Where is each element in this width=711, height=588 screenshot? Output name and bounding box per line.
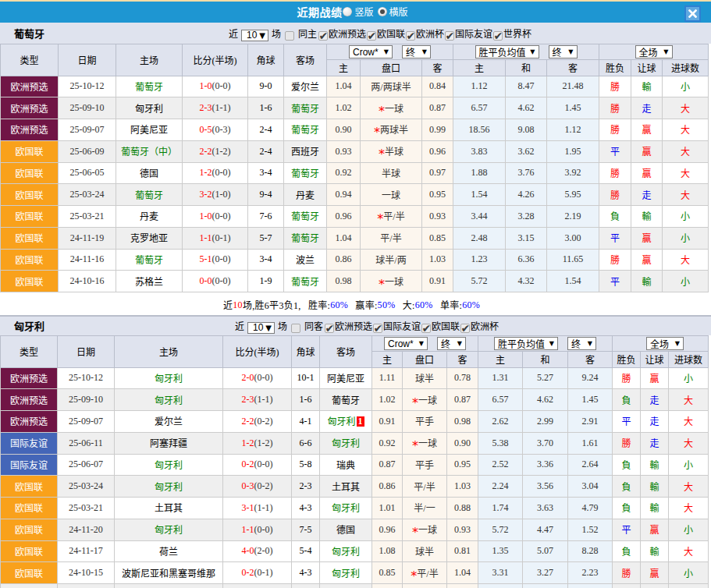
handicap-line-text: 平手 (415, 416, 434, 427)
handicap-line-text: 一球 (382, 190, 400, 201)
result-wdl: 勝 (613, 562, 641, 584)
odds-average-select[interactable]: 胜平负均值▼ (475, 45, 539, 58)
away-team-name: 葡萄牙 (291, 104, 319, 115)
layout-radio-vertical-label[interactable]: 竖版 (354, 5, 373, 19)
league-checkbox-label[interactable]: 国际友谊 (455, 27, 492, 41)
handicap-final-select[interactable]: 终▼ (437, 337, 466, 350)
league-checkbox-label[interactable]: 欧国联 (377, 27, 405, 41)
odds-lose: 1.54 (547, 271, 599, 292)
league-badge: 欧国联 (1, 540, 58, 562)
fulltime-score: 4-0 (242, 545, 254, 556)
match-date: 24-11-16 (59, 249, 116, 271)
handicap-final-select[interactable]: 终▼ (402, 45, 431, 58)
chevron-down-icon: ▼ (457, 340, 462, 347)
handicap-line: *两球半 (361, 119, 422, 141)
league-checkbox[interactable] (445, 31, 454, 41)
league-checkbox[interactable] (373, 324, 382, 333)
result-goals: 大 (669, 498, 709, 519)
scope-select[interactable]: 全场▼ (646, 337, 684, 350)
same-venue-checkbox[interactable] (291, 324, 300, 333)
close-button[interactable] (686, 7, 699, 20)
odds-average-select[interactable]: 胜平负均值▼ (494, 337, 558, 350)
league-checkbox-label[interactable]: 欧洲杯 (416, 27, 444, 41)
handicap-away-odds: 0.93 (422, 206, 453, 228)
odds-lose: 1.61 (568, 432, 613, 454)
league-badge: 欧国联 (1, 562, 58, 584)
layout-radio-horizontal-label[interactable]: 横版 (389, 5, 408, 19)
filter-recent-label: 近 (229, 27, 238, 41)
result-handicap: 贏 (641, 562, 669, 584)
fulltime-score: 0-0 (200, 275, 212, 286)
same-venue-checkbox[interactable] (285, 31, 294, 41)
same-venue-label[interactable]: 同主 (298, 27, 317, 41)
bookmaker-select[interactable]: Crow*▼ (384, 337, 428, 350)
score: 0-5(0-3) (183, 119, 248, 141)
bookmaker-select[interactable]: Crow*▼ (349, 45, 393, 58)
league-checkbox[interactable] (460, 324, 470, 333)
league-checkbox-label[interactable]: 欧洲预选 (329, 27, 366, 41)
header-home: 主场 (115, 336, 223, 368)
away-team-name: 匈牙利 (332, 547, 360, 558)
odds-final-select[interactable]: 终▼ (549, 45, 578, 58)
handicap-line-text: 平/半 (414, 482, 435, 493)
league-checkbox-label[interactable]: 欧洲杯 (471, 319, 499, 333)
home-team-name: 爱尔兰 (155, 416, 183, 427)
match-count-select[interactable]: 10▼ (247, 322, 275, 334)
layout-radio-vertical[interactable] (343, 7, 352, 16)
odds-win: 3.31 (478, 562, 523, 584)
empty-cell (58, 584, 115, 588)
league-checkbox[interactable] (406, 31, 415, 41)
result-goals: 大 (669, 389, 709, 411)
handicap-home-odds: 0.91 (372, 411, 403, 433)
home-team-name: 匈牙利 (155, 460, 183, 471)
home-team: 葡萄牙 (116, 184, 183, 206)
home-team: 阿美尼亚 (116, 119, 183, 141)
handicap-home-odds: 0.86 (372, 476, 403, 498)
header-odds-group: 胜平负均值▼ 终▼ (453, 44, 599, 60)
league-checkbox[interactable] (325, 324, 334, 333)
league-checkbox-label[interactable]: 国际友谊 (383, 319, 421, 333)
match-date: 24-10-16 (59, 271, 116, 292)
team-section-bar: 葡萄牙 近 10▼ 场 同主 欧洲预选欧国联欧洲杯国际友谊世界杯 (0, 23, 711, 44)
home-team: 德国 (116, 162, 183, 184)
scope-select[interactable]: 全场▼ (635, 45, 673, 58)
result-wdl: 平 (599, 140, 631, 162)
result-goals: 大 (663, 184, 709, 206)
header-odds-lose: 客 (568, 352, 613, 367)
away-team: 葡萄牙 (284, 206, 327, 228)
league-checkbox[interactable] (318, 31, 328, 41)
header-away: 客场 (320, 336, 372, 368)
match-row: 欧国联24-10-16苏格兰0-0(0-0)1-9葡萄牙0.98*一球0.915… (1, 271, 709, 292)
league-badge: 国际友谊 (1, 432, 58, 454)
league-checkbox-label[interactable]: 世界杯 (503, 27, 531, 41)
match-count-select[interactable]: 10▼ (241, 30, 268, 41)
result-wdl: 負 (613, 389, 641, 411)
league-checkbox[interactable] (421, 324, 431, 333)
summary-part3: 赢率: (348, 298, 378, 312)
league-checkbox-label[interactable]: 欧国联 (432, 319, 460, 333)
same-venue-label[interactable]: 同客 (304, 319, 323, 333)
header-corner: 角球 (292, 336, 320, 368)
odds-win: 6.57 (478, 389, 523, 411)
home-team: 波斯尼亚和黑塞哥维那 (115, 562, 223, 584)
odds-draw: 3.56 (523, 476, 568, 498)
chevron-down-icon: ▼ (663, 48, 668, 55)
league-badge: 欧国联 (1, 249, 59, 271)
away-team: 匈牙利 (320, 540, 372, 562)
handicap-away-odds: 1.03 (447, 476, 478, 498)
result-wdl: 勝 (613, 367, 641, 389)
handicap-away-odds: 0.99 (422, 119, 453, 141)
halftime-score: (1-1) (254, 394, 273, 405)
league-checkbox[interactable] (493, 31, 503, 41)
league-checkbox-label[interactable]: 欧洲预选 (335, 319, 372, 333)
league-badge: 欧国联 (1, 184, 59, 206)
league-checkbox[interactable] (367, 31, 376, 41)
header-away: 客场 (284, 44, 327, 76)
result-wdl: 勝 (599, 162, 631, 184)
corners: 5-4 (292, 540, 320, 562)
odds-final-select[interactable]: 终▼ (567, 337, 596, 350)
layout-radio-horizontal[interactable] (378, 7, 387, 16)
chevron-down-icon: ▼ (568, 48, 573, 55)
match-row: 欧洲预选25-09-07阿美尼亚0-5(0-3)2-4葡萄牙0.90*两球半0.… (1, 119, 709, 141)
odds-lose: 21.48 (547, 76, 599, 97)
